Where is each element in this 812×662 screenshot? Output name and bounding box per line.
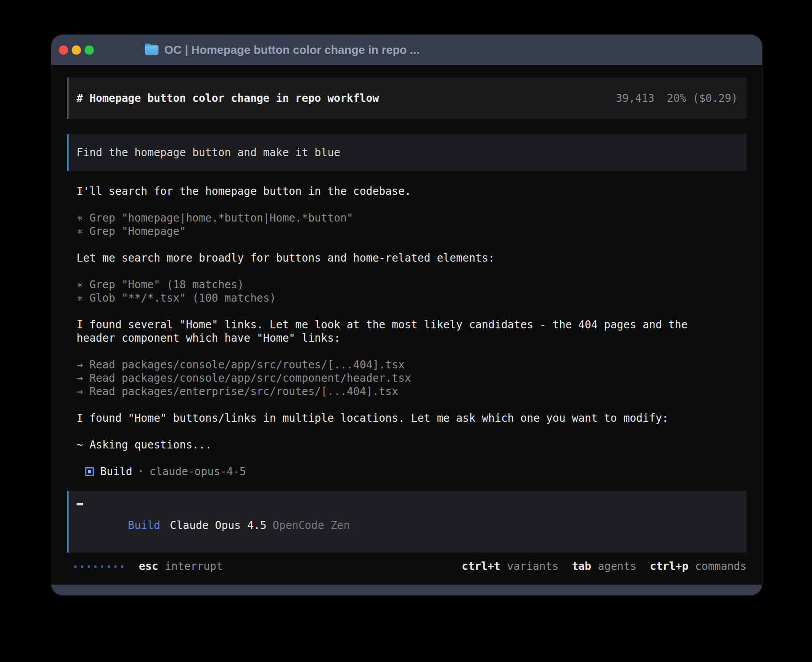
ctrl-t-key-hint: ctrl+t <box>462 560 500 573</box>
maximize-button[interactable] <box>85 45 94 55</box>
window-titlebar[interactable]: OC | Homepage button color change in rep… <box>51 35 762 65</box>
input-model-label[interactable]: Claude Opus 4.5 <box>170 519 267 532</box>
interrupt-label: interrupt <box>165 560 223 573</box>
tool-call-grep: ∗ Grep "Homepage" <box>77 225 747 238</box>
ctrl-p-key-hint: ctrl+p <box>650 560 689 573</box>
asking-questions-status: ~ Asking questions... <box>77 438 747 452</box>
terminal-content: # Homepage button color change in repo w… <box>51 65 762 585</box>
input-provider-label: OpenCode Zen <box>273 519 350 532</box>
session-stats: 39,41320% ($0.29) <box>616 92 738 105</box>
status-left: esc interrupt <box>74 560 223 573</box>
hint-agents[interactable]: tab agents <box>572 560 637 573</box>
agents-label: agents <box>598 560 637 573</box>
window-title: OC | Homepage button color change in rep… <box>164 43 420 57</box>
hint-commands[interactable]: ctrl+p commands <box>650 560 747 573</box>
tool-call-read: → Read packages/enterprise/src/routes/[.… <box>77 385 747 398</box>
session-header: # Homepage button color change in repo w… <box>67 77 747 119</box>
tool-call-glob: ∗ Glob "**/*.tsx" (100 matches) <box>77 291 747 305</box>
assistant-text-line: I'll search for the homepage button in t… <box>77 185 747 198</box>
window-bottom-bar <box>51 585 762 595</box>
agent-name: Build <box>100 465 132 478</box>
agent-model: claude-opus-4-5 <box>150 465 246 478</box>
tool-call-read: → Read packages/console/app/src/routes/[… <box>77 358 747 371</box>
status-right: ctrl+t variants tab agents ctrl+p comman… <box>462 560 747 573</box>
tab-key-hint: tab <box>572 560 591 573</box>
assistant-text-line: Let me search more broadly for buttons a… <box>77 251 747 265</box>
agent-build-icon <box>85 467 94 476</box>
assistant-transcript: I'll search for the homepage button in t… <box>77 185 747 478</box>
assistant-text-line: I found several "Home" links. Let me loo… <box>77 318 747 331</box>
user-message: Find the homepage button and make it blu… <box>67 134 747 171</box>
minimize-button[interactable] <box>72 45 81 55</box>
user-message-text: Find the homepage button and make it blu… <box>77 146 340 159</box>
agent-status-row: Build · claude-opus-4-5 <box>77 465 747 478</box>
spinner-dots-icon <box>74 565 123 568</box>
session-title: # Homepage button color change in repo w… <box>77 92 379 105</box>
esc-key-hint[interactable]: esc <box>139 560 158 573</box>
input-agent-label[interactable]: Build <box>128 519 160 532</box>
assistant-text-line: I found "Home" buttons/links in multiple… <box>77 412 747 425</box>
token-count: 39,413 <box>616 92 654 105</box>
terminal-window: OC | Homepage button color change in rep… <box>51 35 762 595</box>
assistant-text-line: header component which have "Home" links… <box>77 331 747 345</box>
commands-label: commands <box>695 560 747 573</box>
tool-call-grep: ∗ Grep "homepage|home.*button|Home.*butt… <box>77 211 747 225</box>
hint-variants[interactable]: ctrl+t variants <box>462 560 558 573</box>
tool-call-read: → Read packages/console/app/src/componen… <box>77 371 747 385</box>
prompt-input[interactable]: BuildClaude Opus 4.5OpenCode Zen <box>67 491 747 553</box>
separator-dot: · <box>138 465 144 478</box>
status-bar: esc interrupt ctrl+t variants tab agents… <box>67 560 747 573</box>
input-meta-row: BuildClaude Opus 4.5OpenCode Zen <box>77 505 747 545</box>
close-button[interactable] <box>59 45 68 55</box>
traffic-lights <box>59 45 94 55</box>
folder-icon <box>145 45 158 55</box>
context-cost: 20% ($0.29) <box>667 92 738 105</box>
variants-label: variants <box>507 560 559 573</box>
tool-call-grep: ∗ Grep "Home" (18 matches) <box>77 278 747 291</box>
